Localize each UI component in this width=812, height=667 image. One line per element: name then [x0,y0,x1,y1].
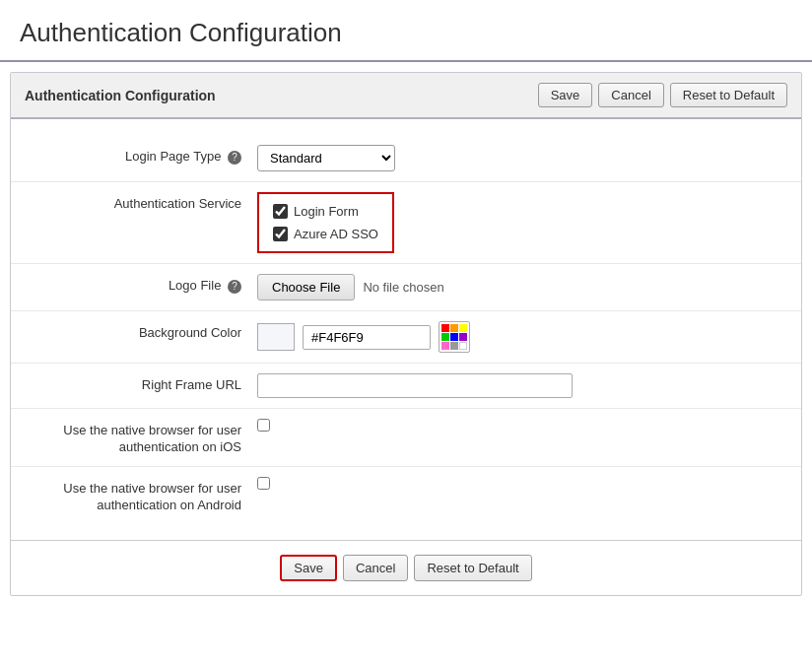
native-browser-android-checkbox[interactable] [257,477,270,490]
login-page-type-label: Login Page Type ? [31,145,257,165]
palette-cell-green [441,333,449,341]
palette-cell-gray [450,342,458,350]
login-form-checkbox[interactable] [273,204,288,219]
login-page-type-select[interactable]: Standard Custom [257,145,395,171]
auth-service-box: Login Form Azure AD SSO [257,192,394,253]
auth-service-label: Authentication Service [31,192,257,211]
login-form-row: Login Form [273,204,378,219]
panel-footer: Save Cancel Reset to Default [11,540,801,595]
palette-cell-orange [450,324,458,332]
footer-save-button[interactable]: Save [280,555,337,581]
login-form-label: Login Form [294,204,359,219]
color-preview-box[interactable] [257,323,295,351]
logo-file-control: Choose File No file chosen [257,274,781,300]
palette-cell-white [459,342,467,350]
header-reset-button[interactable]: Reset to Default [670,83,787,107]
header-cancel-button[interactable]: Cancel [598,83,663,107]
logo-file-row: Logo File ? Choose File No file chosen [11,264,801,311]
right-frame-url-row: Right Frame URL [11,364,801,409]
auth-config-panel: Authentication Configuration Save Cancel… [10,72,802,596]
palette-cell-red [441,324,449,332]
footer-cancel-button[interactable]: Cancel [343,555,408,581]
panel-header: Authentication Configuration Save Cancel… [11,73,801,119]
native-browser-ios-row: Use the native browser for user authenti… [11,409,801,467]
auth-service-control: Login Form Azure AD SSO [257,192,781,253]
background-color-row: Background Color [11,311,801,364]
azure-sso-label: Azure AD SSO [294,227,378,241]
palette-cell-pink [441,342,449,350]
login-page-type-control: Standard Custom [257,145,781,171]
native-browser-ios-checkbox[interactable] [257,419,270,432]
choose-file-button[interactable]: Choose File [257,274,355,300]
auth-service-row: Authentication Service Login Form Azure … [11,182,801,264]
panel-body: Login Page Type ? Standard Custom Authen… [11,119,801,540]
azure-sso-checkbox[interactable] [273,227,288,241]
login-page-type-row: Login Page Type ? Standard Custom [11,135,801,182]
palette-cell-blue [450,333,458,341]
right-frame-url-label: Right Frame URL [31,373,257,392]
right-frame-url-control [257,373,781,398]
logo-file-label: Logo File ? [31,274,257,294]
native-browser-android-label: Use the native browser for user authenti… [31,477,257,514]
no-file-text: No file chosen [363,280,443,295]
native-browser-android-row: Use the native browser for user authenti… [11,467,801,524]
logo-file-info-icon[interactable]: ? [228,280,241,294]
color-palette-icon[interactable] [439,321,470,353]
right-frame-url-input[interactable] [257,373,573,398]
panel-header-title: Authentication Configuration [25,88,216,103]
native-browser-ios-label: Use the native browser for user authenti… [31,419,257,456]
color-hex-input[interactable] [303,325,431,350]
palette-cell-yellow [459,324,467,332]
azure-sso-row: Azure AD SSO [273,227,378,241]
title-divider [0,60,812,62]
palette-cell-purple [459,333,467,341]
header-save-button[interactable]: Save [538,83,593,107]
native-browser-ios-control [257,419,781,432]
panel-header-buttons: Save Cancel Reset to Default [538,83,787,107]
login-page-type-info-icon[interactable]: ? [228,151,241,165]
native-browser-android-control [257,477,781,490]
footer-reset-button[interactable]: Reset to Default [414,555,531,581]
background-color-label: Background Color [31,321,257,340]
background-color-control [257,321,781,353]
page-title: Authentication Configuration [0,0,812,60]
